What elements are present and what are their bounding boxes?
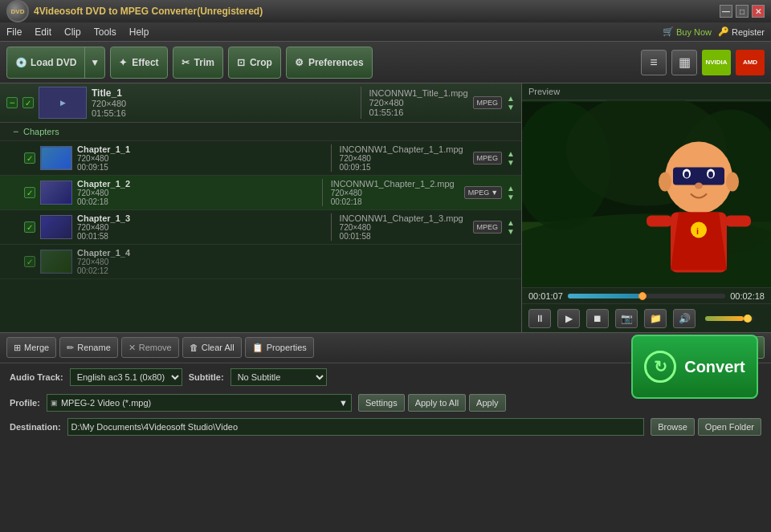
title-arrow-down[interactable]: ▼: [507, 104, 515, 112]
chapter-checkbox-2[interactable]: ✓: [24, 221, 35, 233]
crop-button[interactable]: ⊡ Crop: [228, 47, 281, 79]
buy-now-button[interactable]: 🛒 Buy Now: [663, 26, 712, 37]
gear-icon: ⚙: [295, 57, 304, 68]
chapter-format-badge-2: MPEG: [473, 221, 503, 234]
amd-badge: AMD: [736, 50, 765, 75]
dvd-icon: DVD: [6, 0, 29, 22]
title-checkbox[interactable]: ✓: [22, 97, 34, 108]
properties-button[interactable]: 📋 Properties: [245, 337, 314, 358]
divider: [331, 213, 332, 241]
close-button[interactable]: ✕: [752, 5, 765, 18]
apply-button[interactable]: Apply: [469, 394, 506, 412]
chapter-output-1: INCONNW1_Chapter_1_2.mpg 720×480 00:02:1…: [331, 179, 459, 206]
chapter-checkbox-0[interactable]: ✓: [24, 152, 35, 164]
destination-label: Destination:: [10, 422, 61, 432]
load-dvd-main[interactable]: 💿 Load DVD: [7, 47, 85, 78]
pause-button[interactable]: ⏸: [528, 309, 551, 328]
menu-clip[interactable]: Clip: [64, 26, 81, 38]
title-duration: 01:55:16: [92, 108, 353, 118]
stop-button[interactable]: ⏹: [586, 309, 609, 328]
title-expand-button[interactable]: −: [6, 97, 18, 108]
chapter-row[interactable]: ✓ Chapter_1_3 720×480 00:01:58 INCONNW1_…: [0, 210, 521, 245]
volume-thumb[interactable]: [744, 315, 752, 323]
chapter-arrow-down-1[interactable]: ▼: [507, 193, 515, 201]
svg-rect-7: [673, 168, 724, 185]
title-arrow-up[interactable]: ▲: [507, 95, 515, 103]
remove-button[interactable]: ✕ Remove: [121, 337, 179, 358]
rename-button[interactable]: ✏ Rename: [59, 337, 118, 358]
load-dvd-arrow[interactable]: ▼: [85, 47, 104, 78]
clear-all-button[interactable]: 🗑 Clear All: [182, 337, 242, 358]
chapter-arrow-up-2[interactable]: ▲: [507, 219, 515, 227]
crop-icon: ⊡: [237, 57, 245, 68]
menu-tools[interactable]: Tools: [94, 26, 116, 38]
chapter-arrow-up-0[interactable]: ▲: [507, 150, 515, 158]
snapshot-button[interactable]: 📷: [615, 309, 638, 328]
subtitle-select[interactable]: No Subtitle: [230, 368, 327, 386]
preview-video: i: [522, 100, 771, 287]
convert-icon: ↻: [644, 351, 676, 383]
current-time: 00:01:07: [528, 291, 563, 301]
menu-file[interactable]: File: [6, 26, 22, 38]
trim-button[interactable]: ✂ Trim: [173, 47, 223, 79]
volume-button[interactable]: 🔊: [673, 309, 696, 328]
properties-icon: 📋: [252, 343, 263, 353]
progress-track[interactable]: [568, 294, 725, 298]
settings-button[interactable]: Settings: [358, 394, 405, 412]
chapter-row[interactable]: ✓ Chapter_1_4 720×480 00:02:12: [0, 245, 521, 279]
preferences-button[interactable]: ⚙ Preferences: [286, 47, 373, 79]
volume-fill: [705, 316, 744, 321]
menu-help[interactable]: Help: [129, 26, 149, 38]
grid-view-button[interactable]: ▦: [671, 50, 697, 75]
title-row[interactable]: − ✓ ▶ Title_1 720×480 01:55:16 INCONNW1_…: [0, 83, 521, 123]
settings-apply-buttons: Settings Apply to All Apply: [358, 394, 506, 412]
divider: [361, 87, 361, 119]
destination-input[interactable]: [67, 418, 645, 436]
title-bar: DVD 4Videosoft DVD to MPEG Converter(Unr…: [0, 0, 771, 22]
chapters-expand-button[interactable]: −: [13, 126, 18, 137]
title-format-badge: MPEG: [473, 96, 503, 109]
destination-buttons: Browse Open Folder: [651, 418, 761, 436]
register-button[interactable]: 🔑 Register: [718, 26, 765, 37]
play-button[interactable]: ▶: [557, 309, 580, 328]
browse-button[interactable]: Browse: [651, 418, 695, 436]
audio-track-label: Audio Track:: [10, 372, 63, 382]
toolbar: 💿 Load DVD ▼ ✦ Effect ✂ Trim ⊡ Crop ⚙ Pr…: [0, 42, 771, 83]
app-title: 4Videosoft DVD to MPEG Converter(Unregis…: [34, 6, 263, 17]
merge-button[interactable]: ⊞ Merge: [6, 337, 56, 358]
load-dvd-button[interactable]: 💿 Load DVD ▼: [6, 47, 105, 79]
effect-button[interactable]: ✦ Effect: [110, 47, 167, 79]
chapters-label: Chapters: [23, 127, 59, 136]
volume-slider[interactable]: [705, 316, 753, 321]
chapter-badge-wrap-1: MPEG▼: [464, 186, 502, 199]
chapter-row[interactable]: ✓ Chapter_1_1 720×480 00:09:15 INCONNW1_…: [0, 141, 521, 176]
minimize-button[interactable]: —: [720, 5, 732, 18]
chapter-arrow-down-0[interactable]: ▼: [507, 159, 515, 167]
apply-to-all-button[interactable]: Apply to All: [408, 394, 466, 412]
merge-icon: ⊞: [14, 343, 21, 353]
chapter-checkbox-1[interactable]: ✓: [24, 187, 35, 198]
convert-label: Convert: [684, 358, 745, 376]
chapter-checkbox-3[interactable]: ✓: [24, 256, 35, 267]
chapter-arrow-up-1[interactable]: ▲: [507, 185, 515, 193]
chapter-format-select-1[interactable]: MPEG▼: [464, 186, 502, 199]
toolbar-right: ≡ ▦ NVIDIA AMD: [641, 50, 765, 75]
maximize-button[interactable]: □: [736, 5, 749, 18]
profile-select[interactable]: ▣ MPEG-2 Video (*.mpg) ▼: [47, 394, 352, 412]
profile-label: Profile:: [10, 398, 40, 408]
title-output-info: INCONNW1_Title_1.mpg 720×480 01:55:16: [369, 88, 468, 117]
trash-icon: 🗑: [190, 343, 198, 352]
svg-text:i: i: [696, 226, 699, 236]
folder-button[interactable]: 📁: [644, 309, 667, 328]
convert-section: ↻ Convert: [631, 335, 758, 399]
chapter-row[interactable]: ✓ Chapter_1_2 720×480 00:02:18 INCONNW1_…: [0, 176, 521, 210]
chapter-arrow-down-2[interactable]: ▼: [507, 228, 515, 236]
list-view-button[interactable]: ≡: [641, 50, 667, 75]
menu-edit[interactable]: Edit: [35, 26, 51, 38]
pencil-icon: ✏: [67, 343, 74, 353]
dvd-toolbar-icon: 💿: [15, 57, 27, 68]
progress-thumb[interactable]: [638, 292, 647, 300]
convert-button[interactable]: ↻ Convert: [631, 335, 758, 399]
audio-track-select[interactable]: English ac3 5.1 (0x80): [70, 368, 182, 386]
open-folder-button[interactable]: Open Folder: [698, 418, 761, 436]
